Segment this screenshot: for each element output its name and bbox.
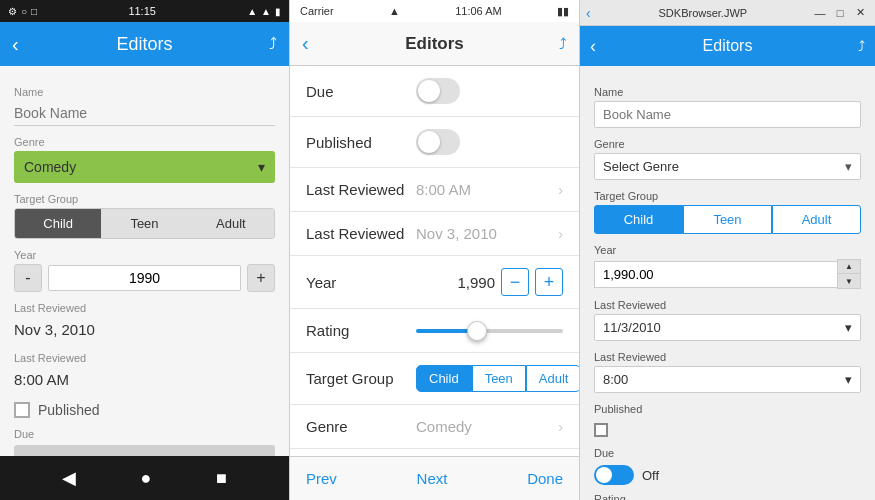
android-due-toggle[interactable]: OFF [14,445,275,456]
ios-genre-label: Genre [306,418,416,435]
windows-back-nav[interactable]: ‹ [586,5,591,21]
windows-last-reviewed-value2: 8:00 [603,372,628,387]
android-tg-child[interactable]: Child [15,209,101,238]
windows-last-reviewed-select2[interactable]: 8:00 ▾ [594,366,861,393]
windows-genre-label: Genre [594,138,861,150]
android-year-minus[interactable]: - [14,264,42,292]
windows-name-input[interactable] [594,101,861,128]
android-genre-select[interactable]: Comedy ▾ [14,151,275,183]
ios-export-icon[interactable]: ⤴ [559,35,567,52]
ios-panel: Carrier ▲ 11:06 AM ▮▮ ‹ Editors ⤴ Due Pu… [290,0,580,500]
ios-genre-row[interactable]: Genre Comedy › [290,405,579,449]
android-year-label: Year [14,249,275,261]
android-header-title: Editors [116,34,172,55]
windows-title-text: SDKBrowser.JWP [597,7,809,19]
windows-last-reviewed-value1: 11/3/2010 [603,320,661,335]
ios-tg-adult[interactable]: Adult [526,365,579,392]
ios-done-button[interactable]: Done [527,470,563,487]
windows-target-group: Child Teen Adult [594,205,861,234]
android-tg-adult[interactable]: Adult [188,209,274,238]
ios-year-plus[interactable]: + [535,268,563,296]
android-status-right: ▲ ▲ ▮ [247,6,281,17]
ios-last-reviewed-value2: Nov 3, 2010 [416,225,558,242]
windows-published-row [594,423,861,437]
windows-header-back[interactable]: ‹ [590,36,596,57]
android-genre-label: Genre [14,136,275,148]
ios-last-reviewed-row1[interactable]: Last Reviewed 8:00 AM › [290,168,579,212]
ios-next-button[interactable]: Next [417,470,448,487]
android-nav-recent[interactable]: ■ [216,468,227,489]
battery-icon: ▮ [275,6,281,17]
ios-chevron2: › [558,226,563,242]
android-tg-teen[interactable]: Teen [101,209,187,238]
windows-close-button[interactable]: ✕ [851,4,869,22]
android-published-label: Published [38,402,100,418]
ios-back-button[interactable]: ‹ [302,32,309,55]
windows-year-row: ▲ ▼ [594,259,861,289]
android-export-icon[interactable]: ⤴ [269,35,277,53]
windows-published-label: Published [594,403,861,415]
ios-status-bar: Carrier ▲ 11:06 AM ▮▮ [290,0,579,22]
android-name-label: Name [14,86,275,98]
ios-signal-icon: ▲ [389,5,400,17]
windows-year-up[interactable]: ▲ [838,260,860,274]
ios-published-toggle-knob [418,131,440,153]
ios-last-reviewed-label1: Last Reviewed [306,181,416,198]
android-last-reviewed-value1: Nov 3, 2010 [14,317,275,342]
windows-due-toggle[interactable] [594,465,634,485]
windows-target-group-label: Target Group [594,190,861,202]
android-name-input[interactable] [14,101,275,126]
android-year-input[interactable] [48,265,241,291]
ios-time: 11:06 AM [455,5,501,17]
ios-due-row: Due [290,66,579,117]
windows-last-reviewed-select1[interactable]: 11/3/2010 ▾ [594,314,861,341]
ios-header: ‹ Editors ⤴ [290,22,579,66]
android-year-plus[interactable]: + [247,264,275,292]
ios-due-toggle-knob [418,80,440,102]
windows-rating-label: Rating [594,493,861,500]
windows-maximize-button[interactable]: □ [831,4,849,22]
windows-tg-child[interactable]: Child [594,205,683,234]
ios-header-title: Editors [405,34,464,54]
windows-header: ‹ Editors ⤴ [580,26,875,66]
settings-icon: ⚙ [8,6,17,17]
android-back-button[interactable]: ‹ [12,33,19,56]
ios-published-label: Published [306,134,416,151]
windows-genre-select[interactable]: Select Genre ▾ [594,153,861,180]
ios-due-toggle[interactable] [416,78,460,104]
ios-last-reviewed-row2[interactable]: Last Reviewed Nov 3, 2010 › [290,212,579,256]
ios-rating-label: Rating [306,322,416,339]
windows-year-input[interactable] [594,261,837,288]
windows-genre-arrow: ▾ [845,159,852,174]
android-status-left: ⚙ ○ □ [8,6,37,17]
windows-tg-teen[interactable]: Teen [683,205,772,234]
ios-year-value: 1,990 [457,274,495,291]
windows-minimize-button[interactable]: — [811,4,829,22]
windows-due-toggle-knob [596,467,612,483]
windows-export-icon[interactable]: ⤴ [858,38,865,54]
windows-published-checkbox[interactable] [594,423,608,437]
windows-content: Name Genre Select Genre ▾ Target Group C… [580,66,875,500]
windows-last-reviewed-label2: Last Reviewed [594,351,861,363]
ios-chevron1: › [558,182,563,198]
windows-due-value: Off [642,468,659,483]
android-nav-back[interactable]: ◀ [62,467,76,489]
android-nav-home[interactable]: ● [141,468,152,489]
signal-icon: ▲ [261,6,271,17]
android-status-bar: ⚙ ○ □ 11:15 ▲ ▲ ▮ [0,0,289,22]
windows-tg-adult[interactable]: Adult [772,205,861,234]
ios-battery-icon: ▮▮ [557,5,569,18]
ios-prev-button[interactable]: Prev [306,470,337,487]
android-header: ‹ Editors ⤴ [0,22,289,66]
ios-tg-child[interactable]: Child [416,365,472,392]
ios-year-control: 1,990 − + [416,268,563,296]
windows-year-down[interactable]: ▼ [838,274,860,288]
ios-published-toggle[interactable] [416,129,460,155]
ios-tg-teen[interactable]: Teen [472,365,526,392]
ios-name-row[interactable]: Name Book Name › [290,449,579,456]
ios-rating-slider[interactable] [416,329,563,333]
ios-year-minus[interactable]: − [501,268,529,296]
android-published-checkbox[interactable] [14,402,30,418]
ios-content: Due Published Last Reviewed 8:00 AM › La… [290,66,579,456]
android-last-reviewed-label1: Last Reviewed [14,302,275,314]
